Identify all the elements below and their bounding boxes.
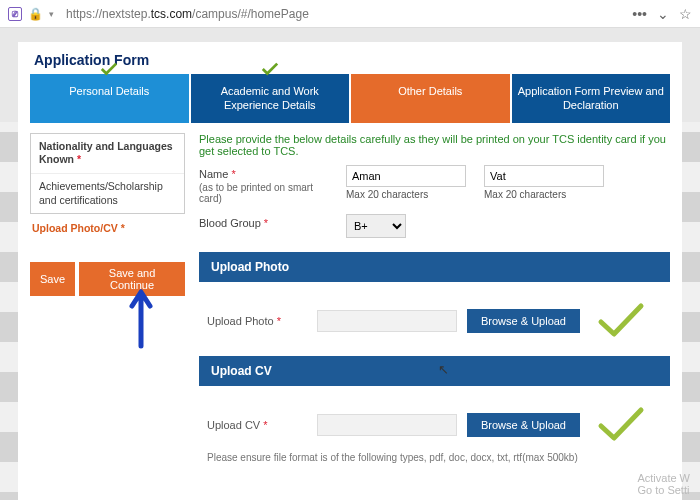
- sidebar-menu: Nationality and Languages Known * Achiev…: [30, 133, 185, 215]
- hint-text: Max 20 characters: [484, 189, 604, 200]
- browse-upload-photo-button[interactable]: Browse & Upload: [467, 309, 580, 333]
- photo-file-input[interactable]: [317, 310, 457, 332]
- url-host: tcs.com: [151, 7, 192, 21]
- required-mark: *: [231, 168, 235, 180]
- sidebar-item-label: Achievements/Scholarship and certificati…: [39, 180, 163, 206]
- tab-label: Academic and Work Experience Details: [221, 85, 319, 111]
- browser-address-bar: ⎚ 🔒 ▾ https://nextstep.tcs.com/campus/#/…: [0, 0, 700, 28]
- arrow-annotation: [126, 286, 156, 353]
- required-mark: *: [263, 419, 267, 431]
- tab-other-details[interactable]: Other Details: [351, 74, 510, 123]
- last-name-input[interactable]: [484, 165, 604, 187]
- required-mark: *: [121, 222, 125, 234]
- url-path: /campus/#/homePage: [192, 7, 309, 21]
- save-button[interactable]: Save: [30, 262, 75, 296]
- pocket-icon[interactable]: ⌄: [657, 6, 669, 22]
- hint-text: Max 20 characters: [346, 189, 466, 200]
- tab-label: Other Details: [398, 85, 462, 97]
- sidebar-upload-link[interactable]: Upload Photo/CV *: [30, 216, 185, 244]
- browse-upload-cv-button[interactable]: Browse & Upload: [467, 413, 580, 437]
- blood-group-select[interactable]: B+: [346, 214, 406, 238]
- label-text: Name: [199, 168, 228, 180]
- cv-file-input[interactable]: [317, 414, 457, 436]
- bookmark-icon[interactable]: ☆: [679, 6, 692, 22]
- tab-personal-details[interactable]: Personal Details: [30, 74, 189, 123]
- sidebar-link-label: Upload Photo/CV: [32, 222, 118, 234]
- instruction-text: Please provide the below details careful…: [199, 133, 670, 157]
- tab-label: Personal Details: [69, 85, 149, 97]
- page-title: Application Form: [34, 52, 670, 68]
- file-format-hint: Please ensure file format is of the foll…: [207, 452, 670, 463]
- name-label: Name * (as to be printed on smart card): [199, 165, 334, 204]
- label-text: Blood Group: [199, 217, 261, 229]
- url-prefix: https://nextstep.: [66, 7, 151, 21]
- sidebar-item-achievements[interactable]: Achievements/Scholarship and certificati…: [31, 173, 184, 213]
- tab-academic-work[interactable]: Academic and Work Experience Details: [191, 74, 350, 123]
- watermark-left: [0, 122, 18, 500]
- required-mark: *: [77, 153, 81, 165]
- label-text: Upload CV: [207, 419, 260, 431]
- tab-label: Application Form Preview and Declaration: [518, 85, 664, 111]
- dropdown-icon[interactable]: ▾: [49, 9, 54, 19]
- check-icon: [596, 300, 646, 342]
- blood-group-label: Blood Group *: [199, 214, 334, 229]
- upload-cv-banner: Upload CV: [199, 356, 670, 386]
- first-name-input[interactable]: [346, 165, 466, 187]
- required-mark: *: [264, 217, 268, 229]
- upload-cv-label: Upload CV *: [207, 419, 307, 431]
- check-icon: [100, 62, 118, 79]
- check-icon: [596, 404, 646, 446]
- sidebar-item-nationality[interactable]: Nationality and Languages Known *: [31, 134, 184, 173]
- required-mark: *: [277, 315, 281, 327]
- activate-windows-watermark: Activate W Go to Setti: [637, 472, 690, 496]
- sidebar-item-label: Nationality and Languages Known: [39, 140, 173, 166]
- cursor-icon: ↖: [438, 362, 449, 377]
- step-tabs: Personal Details Academic and Work Exper…: [30, 74, 670, 123]
- label-sub: (as to be printed on smart card): [199, 182, 334, 204]
- more-icon[interactable]: •••: [632, 6, 647, 22]
- tab-preview-declaration[interactable]: Application Form Preview and Declaration: [512, 74, 671, 123]
- lock-icon: 🔒: [28, 7, 43, 21]
- upload-photo-label: Upload Photo *: [207, 315, 307, 327]
- upload-photo-banner: Upload Photo: [199, 252, 670, 282]
- label-text: Upload Photo: [207, 315, 274, 327]
- url-display[interactable]: https://nextstep.tcs.com/campus/#/homePa…: [60, 5, 626, 23]
- watermark-right: [682, 122, 700, 500]
- shield-icon: ⎚: [8, 7, 22, 21]
- check-icon: [261, 62, 279, 79]
